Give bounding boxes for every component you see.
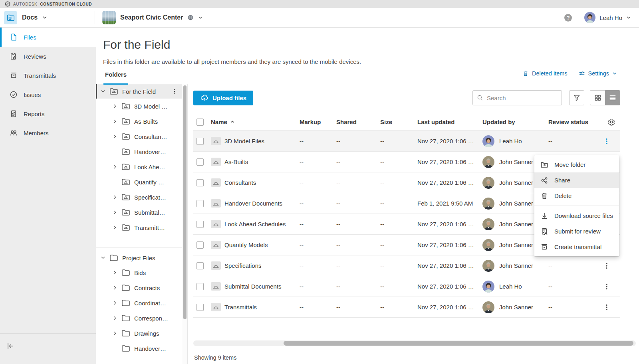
tree-item-as-builts[interactable]: As-Builts — [96, 114, 182, 129]
page-description: Files in this folder are available to al… — [103, 58, 639, 65]
menu-item-submit-for-review[interactable]: Submit for review — [534, 224, 619, 239]
horizontal-scrollbar-thumb[interactable] — [284, 341, 633, 346]
table-row-submittal-documents[interactable]: Submittal Documents------Nov 27, 2020 1:… — [193, 276, 620, 297]
chevron-right-icon[interactable] — [112, 118, 119, 125]
sidebar-item-files[interactable]: Files — [0, 28, 96, 47]
menu-item-download-source-files[interactable]: Download source files — [534, 208, 619, 224]
column-name[interactable]: Name — [208, 119, 296, 125]
chevron-right-icon[interactable] — [112, 164, 119, 170]
table-row-3d-model-files[interactable]: 3D Model Files------Nov 27, 2020 1:06 …L… — [193, 131, 620, 152]
tree-item-consultan[interactable]: Consultan… — [96, 129, 182, 144]
row-shared: -- — [333, 200, 377, 207]
row-kebab-icon[interactable] — [603, 137, 611, 145]
row-kebab-icon[interactable] — [603, 283, 611, 291]
tree-vertical-scrollbar[interactable] — [182, 84, 188, 364]
filter-button[interactable] — [569, 90, 584, 105]
download-icon — [540, 212, 548, 220]
tree-item-quantify[interactable]: Quantify … — [96, 174, 182, 190]
sidebar-item-transmittals[interactable]: Transmittals — [0, 66, 96, 85]
column-shared[interactable]: Shared — [333, 119, 377, 125]
row-checkbox[interactable] — [196, 158, 204, 166]
tree-item-submittal[interactable]: Submittal… — [96, 205, 182, 220]
tree-item-coordinat[interactable]: Coordinat… — [96, 295, 182, 311]
list-view-icon — [609, 94, 617, 102]
row-checkbox[interactable] — [196, 200, 204, 207]
sidebar-item-members[interactable]: Members — [0, 123, 96, 142]
tree-item-contracts[interactable]: Contracts — [96, 280, 182, 295]
row-checkbox[interactable] — [196, 304, 204, 311]
list-view-button[interactable] — [605, 90, 620, 105]
column-review-status[interactable]: Review status — [545, 119, 603, 125]
row-kebab-icon[interactable] — [603, 303, 611, 311]
row-checkbox[interactable] — [196, 262, 204, 269]
menu-item-share[interactable]: Share — [534, 172, 619, 188]
table-row-specifications[interactable]: Specifications------Nov 27, 2020 1:06 …J… — [193, 255, 620, 276]
project-selector[interactable]: Seaport Civic Center — [95, 11, 203, 24]
row-folder-name: Consultants — [224, 179, 256, 186]
menu-item-label: Submit for review — [554, 228, 601, 235]
row-checkbox[interactable] — [196, 221, 204, 228]
items-count: Showing 9 items — [193, 349, 639, 364]
column-last-updated[interactable]: Last updated — [414, 119, 479, 125]
tree-item-look-ahe[interactable]: Look Ahe… — [96, 159, 182, 174]
menu-item-create-transmittal[interactable]: Create transmittal — [534, 239, 619, 255]
row-checkbox[interactable] — [196, 179, 204, 186]
menu-item-move-folder[interactable]: Move folder — [534, 157, 619, 172]
chevron-right-icon[interactable] — [112, 285, 119, 291]
deleted-items-link[interactable]: Deleted items — [522, 70, 568, 77]
upload-files-button[interactable]: Upload files — [193, 91, 253, 105]
header-right: ? Leah Ho — [564, 11, 639, 24]
tree-item-transmitt[interactable]: Transmitt… — [96, 220, 182, 235]
row-kebab-icon[interactable] — [603, 262, 611, 270]
tree-item-correspon[interactable]: Correspon… — [96, 311, 182, 326]
column-settings-gear-icon[interactable] — [603, 118, 620, 126]
search-input[interactable] — [487, 95, 558, 101]
column-size[interactable]: Size — [377, 119, 414, 125]
column-updated-by[interactable]: Updated by — [479, 119, 545, 125]
tree-root-project-files[interactable]: Project Files — [96, 251, 182, 265]
collapse-sidebar-icon[interactable] — [6, 342, 14, 350]
chevron-right-icon[interactable] — [112, 300, 119, 306]
tree-item-drawings[interactable]: Drawings — [96, 326, 182, 341]
tree-root-kebab-icon[interactable] — [171, 88, 178, 95]
settings-link[interactable]: Settings — [579, 70, 617, 77]
chevron-right-icon[interactable] — [112, 315, 119, 321]
menu-item-delete[interactable]: Delete — [534, 188, 619, 204]
chevron-right-icon[interactable] — [112, 330, 119, 336]
row-folder-name: Quantify Models — [224, 241, 268, 248]
user-menu[interactable]: Leah Ho — [584, 12, 631, 23]
horizontal-scrollbar[interactable] — [193, 340, 636, 346]
tree-item-bids[interactable]: Bids — [96, 265, 182, 280]
sidebar-item-issues[interactable]: Issues — [0, 85, 96, 104]
chevron-right-icon[interactable] — [112, 103, 119, 109]
chevron-right-icon[interactable] — [112, 194, 119, 200]
row-review-status: -- — [545, 283, 603, 290]
tree-scrollbar-thumb[interactable] — [183, 85, 187, 319]
chevron-right-icon[interactable] — [112, 224, 119, 231]
chevron-right-icon[interactable] — [112, 209, 119, 216]
row-checkbox[interactable] — [196, 283, 204, 290]
row-checkbox[interactable] — [196, 241, 204, 249]
tab-folders[interactable]: Folders — [103, 71, 128, 84]
help-button[interactable]: ? — [564, 14, 572, 22]
row-shared: -- — [333, 158, 377, 165]
tree-root-for-the-field[interactable]: For the Field — [96, 84, 182, 99]
menu-divider — [534, 206, 619, 206]
folder-icon — [121, 329, 131, 337]
tree-item-specificat[interactable]: Specificat… — [96, 190, 182, 205]
table-row-transmittals[interactable]: Transmittals------Nov 27, 2020 1:06 …Joh… — [193, 297, 620, 318]
grid-view-button[interactable] — [590, 90, 605, 105]
tree-item-3d-model[interactable]: 3D Model … — [96, 99, 182, 114]
share-icon — [540, 176, 548, 184]
app-switcher[interactable]: Docs — [0, 11, 95, 24]
tree-item-handover[interactable]: Handover… — [96, 144, 182, 159]
tree-item-handover[interactable]: Handover… — [96, 341, 182, 356]
row-updated-by: John Sanner — [499, 179, 533, 186]
sidebar-item-reviews[interactable]: Reviews — [0, 47, 96, 66]
sidebar-item-reports[interactable]: Reports — [0, 104, 96, 123]
row-checkbox[interactable] — [196, 138, 204, 145]
chevron-right-icon[interactable] — [112, 133, 119, 140]
select-all-checkbox[interactable] — [196, 119, 204, 126]
column-markup[interactable]: Markup — [296, 119, 333, 125]
chevron-right-icon[interactable] — [112, 269, 119, 276]
